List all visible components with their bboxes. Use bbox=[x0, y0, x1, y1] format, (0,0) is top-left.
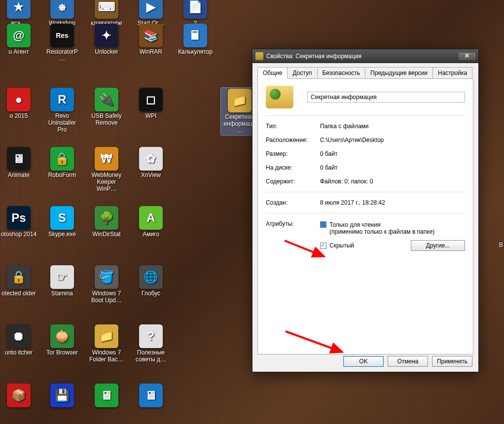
desktop-icon-label: Глобус bbox=[132, 290, 170, 297]
app-icon: 💾 bbox=[50, 384, 74, 407]
folder-large-icon bbox=[266, 86, 293, 108]
desktop-icon[interactable]: 🧅Tor Browser bbox=[43, 324, 81, 356]
other-attributes-button[interactable]: Другие... bbox=[411, 240, 465, 251]
tab-4[interactable]: Настройка bbox=[432, 67, 472, 79]
label-created: Создан: bbox=[266, 199, 320, 206]
ok-button[interactable]: OK bbox=[343, 356, 384, 367]
tab-2[interactable]: Безопасность bbox=[317, 67, 366, 79]
app-icon: 📄 bbox=[183, 0, 207, 19]
desktop-icon[interactable]: 🖩Калькулятор bbox=[177, 24, 214, 56]
desktop-icon[interactable]: RRevo Uninstaller Pro bbox=[43, 88, 81, 133]
desktop-icon[interactable]: 💾 bbox=[43, 384, 81, 409]
desktop-icon-label: Windows 7 Boot Upd… bbox=[88, 290, 125, 304]
tab-strip: ОбщиеДоступБезопасностьПредыдущие версии… bbox=[257, 67, 473, 79]
desktop-icon-label: o 2015 bbox=[0, 113, 37, 120]
app-icon: ₩ bbox=[95, 147, 118, 171]
folder-icon bbox=[255, 52, 263, 60]
app-icon: 🖥 bbox=[95, 384, 118, 407]
desktop-icon[interactable]: 🔒otected older bbox=[0, 265, 37, 297]
dialog-body: ОбщиеДоступБезопасностьПредыдущие версии… bbox=[252, 63, 478, 372]
app-icon: ✿ bbox=[139, 147, 163, 171]
desktop-icon[interactable]: ⌨клавиатуре bbox=[88, 0, 125, 27]
app-icon: ⎈ bbox=[50, 0, 74, 19]
desktop-icon-label: otoshop 2014 bbox=[0, 231, 37, 238]
desktop-icon[interactable]: ▶Start Or… bbox=[132, 0, 170, 27]
desktop-icon[interactable]: ◻WPI bbox=[132, 88, 170, 120]
label-size: Размер: bbox=[266, 150, 320, 157]
label-location: Расположение: bbox=[266, 137, 320, 143]
desktop-icon[interactable]: ●o 2015 bbox=[0, 88, 37, 120]
cancel-button[interactable]: Отмена bbox=[388, 356, 428, 367]
tab-0[interactable]: Общие bbox=[257, 67, 288, 79]
desktop-icon[interactable]: 📄2 bbox=[177, 0, 214, 27]
desktop-icon[interactable]: 🪣Windows 7 Boot Upd… bbox=[88, 265, 125, 304]
desktop-icon[interactable]: 🖥 bbox=[132, 384, 170, 409]
app-icon: 🔒 bbox=[7, 265, 31, 289]
desktop-icon[interactable]: 📦 bbox=[0, 384, 37, 409]
desktop-icon[interactable]: SSkype.exe bbox=[43, 206, 81, 238]
desktop-icon-label: Калькулятор bbox=[177, 49, 214, 56]
app-icon: ☞ bbox=[50, 265, 74, 289]
desktop-icon[interactable]: 📚WinRAR bbox=[132, 24, 170, 56]
desktop-icon[interactable]: 🌐Глобус bbox=[132, 265, 170, 297]
dialog-titlebar[interactable]: Свойства: Секретная информация ✕ bbox=[252, 49, 478, 63]
desktop-icon-label: WinRAR bbox=[132, 49, 170, 56]
dialog-title: Свойства: Секретная информация bbox=[266, 53, 361, 60]
desktop-icon[interactable]: ✿XnView bbox=[132, 147, 170, 179]
value-contains: Файлов: 0; папок: 0 bbox=[320, 178, 465, 185]
label-hidden: Скрытый bbox=[329, 242, 354, 249]
desktop-icon-label: Skype.exe bbox=[43, 231, 81, 238]
tab-1[interactable]: Доступ bbox=[287, 67, 317, 79]
app-icon: 🔌 bbox=[95, 88, 118, 111]
app-icon: @ bbox=[7, 24, 31, 47]
folder-name-input[interactable] bbox=[307, 92, 465, 103]
label-contains: Содержит: bbox=[266, 178, 320, 185]
app-icon: A bbox=[139, 206, 163, 230]
desktop-icon[interactable]: ☞Stamina bbox=[43, 265, 81, 297]
app-icon: 📁 bbox=[95, 324, 118, 348]
app-icon: ⏺ bbox=[7, 324, 31, 348]
cut-label-right: В bbox=[499, 242, 503, 248]
value-created: 8 июля 2017 г., 18:28:42 bbox=[320, 199, 465, 206]
desktop-icon[interactable]: 📁Windows 7 Folder Bac… bbox=[88, 324, 125, 363]
desktop-icon[interactable]: Psotoshop 2014 bbox=[0, 206, 37, 238]
desktop-icon[interactable]: 🔒RoboForm bbox=[43, 147, 81, 179]
desktop-icon[interactable]: ⎈Workshop bbox=[43, 0, 81, 27]
desktop-icon-label: Амиго bbox=[132, 231, 170, 238]
app-icon: 🔒 bbox=[50, 147, 74, 171]
desktop-icon[interactable]: AАмиго bbox=[132, 206, 170, 238]
desktop-icon-label: XnView bbox=[132, 172, 170, 179]
desktop-icon-label: RoboForm bbox=[43, 172, 81, 179]
desktop-icon[interactable]: ⏺unto itcher bbox=[0, 324, 37, 356]
label-readonly-sub: (применимо только к файлам в папке) bbox=[329, 228, 434, 235]
app-icon: 🧅 bbox=[50, 324, 74, 348]
desktop-icon-label: Windows 7 Folder Bac… bbox=[88, 350, 125, 363]
desktop-icon-label: Revo Uninstaller Pro bbox=[43, 113, 81, 133]
apply-button[interactable]: Применить bbox=[432, 356, 472, 367]
desktop-icon[interactable]: ₩WebMoney Keeper WinP… bbox=[88, 147, 125, 192]
desktop: ★вса…⎈Workshop⌨клавиатуре▶Start Or…📄2@u … bbox=[0, 0, 256, 424]
desktop-icon[interactable]: ResRestoratorP… bbox=[43, 24, 81, 63]
app-icon: ▶ bbox=[139, 0, 163, 19]
desktop-icon-label: u Агент bbox=[0, 49, 37, 56]
desktop-icon-label: Stamina bbox=[43, 290, 81, 297]
desktop-icon[interactable]: 🖥 bbox=[88, 384, 125, 409]
desktop-icon[interactable]: @u Агент bbox=[0, 24, 37, 56]
checkbox-hidden[interactable] bbox=[320, 243, 326, 249]
desktop-icon[interactable]: ✦Unlocker bbox=[88, 24, 125, 56]
tab-3[interactable]: Предыдущие версии bbox=[365, 67, 433, 79]
checkbox-readonly[interactable] bbox=[320, 221, 326, 228]
desktop-icon[interactable]: 🖥Animate bbox=[0, 147, 37, 179]
app-icon: 📁 bbox=[228, 89, 252, 112]
app-icon: 🖩 bbox=[183, 24, 207, 47]
desktop-icon[interactable]: ★вса… bbox=[0, 0, 37, 27]
desktop-icon[interactable]: 🌳WinDirStat bbox=[88, 206, 125, 238]
desktop-icon-label: Unlocker bbox=[88, 49, 125, 56]
desktop-icon[interactable]: 🔌USB Safely Remove bbox=[88, 88, 125, 127]
desktop-icon[interactable]: ?Полезные советы д… bbox=[132, 324, 170, 363]
app-icon: ★ bbox=[7, 0, 31, 19]
close-button[interactable]: ✕ bbox=[458, 52, 476, 61]
desktop-icon-label: Animate bbox=[0, 172, 37, 179]
value-size: 0 байт bbox=[320, 150, 465, 157]
label-type: Тип: bbox=[266, 123, 320, 130]
